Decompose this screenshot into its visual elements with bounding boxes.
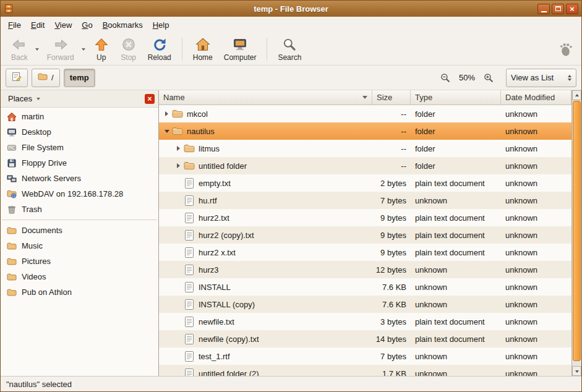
sidebar-item-file-system[interactable]: File System: [1, 140, 158, 155]
menu-view[interactable]: View: [49, 18, 77, 32]
sidebar-item-network-servers[interactable]: Network Servers: [1, 171, 158, 186]
expander-collapsed-icon[interactable]: [162, 111, 171, 116]
sidebar-item-trash[interactable]: Trash: [1, 202, 158, 217]
place-label: martin: [22, 112, 44, 121]
zoom-out-button[interactable]: [439, 71, 452, 85]
file-row-test-1-rtf[interactable]: test_1.rtf7 bytesunknownunknown: [159, 347, 571, 365]
vertical-scrollbar[interactable]: [571, 90, 581, 376]
column-header-type[interactable]: Type: [411, 90, 501, 105]
file-name: nautilus: [187, 127, 215, 136]
path-button-current[interactable]: temp: [64, 69, 95, 87]
scrollbar-thumb[interactable]: [573, 101, 581, 361]
text-file-icon: [183, 351, 195, 362]
menu-file[interactable]: File: [3, 18, 26, 32]
reload-button[interactable]: Reload: [142, 35, 177, 64]
scroll-up-button[interactable]: [572, 90, 581, 100]
sidebar-item-desktop[interactable]: Desktop: [1, 124, 158, 140]
file-name: INSTALL: [199, 283, 231, 292]
file-row-newfile-txt[interactable]: newfile.txt3 bytesplain text documentunk…: [159, 313, 571, 330]
column-header-date-modified[interactable]: Date Modified: [501, 90, 571, 105]
sidebar-item-pub-on-athlon[interactable]: Pub on Athlon: [1, 284, 158, 300]
scroll-down-button[interactable]: [572, 366, 581, 376]
expander-collapsed-icon[interactable]: [174, 163, 183, 168]
place-label: WebDAV on 192.168.178.28: [22, 189, 123, 198]
close-button[interactable]: ×: [566, 4, 578, 14]
stop-button[interactable]: Stop: [115, 35, 142, 64]
sidebar-header: Places ×: [1, 90, 158, 108]
titlebar[interactable]: temp - File Browser ×: [1, 1, 581, 17]
column-header-name[interactable]: Name: [159, 90, 372, 105]
trash-icon: [6, 205, 17, 215]
up-button[interactable]: Up: [88, 35, 115, 64]
file-type: unknown: [411, 365, 501, 376]
close-sidebar-button[interactable]: ×: [145, 94, 155, 104]
menu-edit[interactable]: Edit: [26, 18, 49, 32]
list-header: NameSizeTypeDate Modified: [159, 90, 571, 105]
file-type: folder: [411, 140, 501, 157]
sidebar-item-documents[interactable]: Documents: [1, 223, 158, 238]
text-file-icon: [183, 334, 195, 344]
column-header-size[interactable]: Size: [372, 90, 411, 105]
file-name: INSTALL (copy): [199, 300, 255, 309]
forward-button[interactable]: Forward: [41, 35, 80, 64]
sidebar-item-videos[interactable]: Videos: [1, 269, 158, 284]
expander-collapsed-icon[interactable]: [174, 146, 183, 151]
back-history-dropdown[interactable]: [33, 35, 41, 64]
file-name: hurz2 (copy).txt: [199, 231, 254, 240]
sidebar-item-floppy-drive[interactable]: Floppy Drive: [1, 155, 158, 171]
file-date-modified: unknown: [501, 296, 571, 313]
file-row-empty-txt[interactable]: empty.txt2 bytesplain text documentunkno…: [159, 174, 571, 192]
file-name: untitled folder (2): [199, 369, 259, 377]
home-button[interactable]: Home: [187, 35, 218, 64]
file-row-hurz3[interactable]: hurz312 bytesunknownunknown: [159, 261, 571, 278]
file-row-mkcol[interactable]: mkcol--folderunknown: [159, 105, 571, 122]
file-name: newfile (copy).txt: [199, 334, 259, 344]
menu-help[interactable]: Help: [148, 18, 174, 32]
file-type: plain text document: [411, 226, 501, 244]
file-size: 3 bytes: [372, 313, 411, 330]
maximize-button[interactable]: [552, 4, 564, 14]
file-row-hurz2-x-txt[interactable]: hurz2 x.txt9 bytesplain text documentunk…: [159, 244, 571, 261]
main-area: Places × martinDesktopFile SystemFloppy …: [1, 90, 581, 376]
file-browser-app-icon: [4, 4, 14, 14]
menu-bookmarks[interactable]: Bookmarks: [98, 18, 148, 32]
file-row-untitled-folder[interactable]: untitled folder--folderunknown: [159, 157, 571, 174]
expander-expanded-icon[interactable]: [162, 130, 171, 133]
file-date-modified: unknown: [501, 140, 571, 157]
file-name: litmus: [199, 144, 220, 153]
file-row-install[interactable]: INSTALL7.6 KBunknownunknown: [159, 278, 571, 296]
file-size: 9 bytes: [372, 209, 411, 226]
back-button[interactable]: Back: [6, 35, 33, 64]
sidebar-item-pictures[interactable]: Pictures: [1, 254, 158, 269]
file-date-modified: unknown: [501, 122, 571, 140]
file-row-install-copy[interactable]: INSTALL (copy)7.6 KBunknownunknown: [159, 296, 571, 313]
places-separator: [2, 219, 157, 220]
sort-indicator-icon: [362, 96, 367, 99]
file-row-litmus[interactable]: litmus--folderunknown: [159, 140, 571, 157]
file-row-nautilus[interactable]: nautilus--folderunknown: [159, 122, 571, 140]
file-date-modified: unknown: [501, 365, 571, 376]
file-row-untitled-folder-2[interactable]: untitled folder (2)1.7 KBunknownunknown: [159, 365, 571, 376]
file-row-newfile-copy-txt[interactable]: newfile (copy).txt14 bytesplain text doc…: [159, 330, 571, 347]
places-selector[interactable]: Places: [4, 93, 44, 104]
file-row-hurz2-txt[interactable]: hurz2.txt9 bytesplain text documentunkno…: [159, 209, 571, 226]
forward-history-dropdown[interactable]: [80, 35, 88, 64]
reload-icon: [152, 36, 168, 53]
menu-go[interactable]: Go: [77, 18, 97, 32]
toggle-location-entry-button[interactable]: [6, 69, 28, 87]
place-label: Pub on Athlon: [22, 288, 72, 297]
sidebar-item-webdav-on-192-168-178-28[interactable]: WebDAV on 192.168.178.28: [1, 186, 158, 202]
search-button[interactable]: Search: [272, 35, 307, 64]
zoom-in-button[interactable]: [482, 71, 495, 85]
toolbar-button-label: Up: [96, 53, 106, 62]
path-button-root[interactable]: /: [32, 69, 60, 87]
sidebar-item-music[interactable]: Music: [1, 238, 158, 254]
file-row-hu-rtf[interactable]: hu.rtf7 bytesunknownunknown: [159, 192, 571, 209]
view-as-select[interactable]: View as List: [506, 69, 576, 87]
file-row-hurz2-copy-txt[interactable]: hurz2 (copy).txt9 bytesplain text docume…: [159, 226, 571, 244]
sidebar-item-martin[interactable]: martin: [1, 109, 158, 124]
minimize-button[interactable]: [537, 4, 550, 14]
computer-button[interactable]: Computer: [218, 35, 262, 64]
place-label: Videos: [22, 272, 46, 281]
zoom-controls: 50% View as List: [439, 69, 576, 87]
